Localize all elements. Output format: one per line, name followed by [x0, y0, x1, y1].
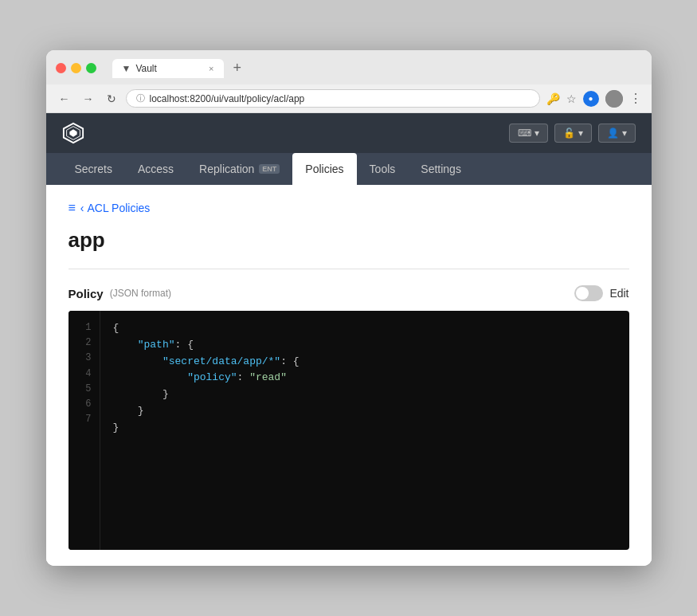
code-editor: 1 2 3 4 5 6 7 { "path": { "secret/data/a…: [69, 311, 629, 550]
lock-chevron: ▾: [578, 128, 583, 139]
breadcrumb-menu-icon[interactable]: ≡: [69, 201, 76, 215]
close-button[interactable]: [56, 63, 66, 73]
star-icon[interactable]: ☆: [566, 92, 577, 105]
divider: [69, 269, 629, 269]
minimize-button[interactable]: [71, 63, 81, 73]
nav-policies-label: Policies: [305, 163, 343, 175]
vault-logo: [62, 122, 84, 144]
breadcrumb-link-text: ACL Policies: [88, 202, 151, 214]
policy-label: Policy (JSON format): [69, 287, 172, 300]
user-chevron: ▾: [622, 128, 627, 139]
terminal-button[interactable]: ⌨ ▾: [509, 124, 548, 143]
edit-label: Edit: [609, 287, 628, 300]
sync-icon[interactable]: ●: [583, 91, 599, 107]
nav-policies[interactable]: Policies: [292, 153, 356, 185]
lock-icon: ⓘ: [136, 92, 145, 104]
address-bar: ← → ↻ ⓘ localhost:8200/ui/vault/policy/a…: [46, 84, 652, 113]
browser-window: ▼ Vault × + ← → ↻ ⓘ localhost:8200/ui/va…: [46, 50, 652, 566]
url-text: localhost:8200/ui/vault/policy/acl/app: [150, 93, 305, 104]
nav-secrets[interactable]: Secrets: [62, 153, 125, 185]
nav-replication-label: Replication: [199, 163, 254, 175]
line-num-1: 1: [76, 320, 92, 335]
nav-tools[interactable]: Tools: [357, 153, 409, 185]
code-line-7: }: [113, 420, 617, 437]
line-num-3: 3: [76, 351, 92, 366]
page-title: app: [69, 228, 629, 253]
policy-label-text: Policy: [69, 287, 104, 300]
code-lines[interactable]: { "path": { "secret/data/app/*": { "poli…: [100, 311, 629, 550]
url-bar[interactable]: ⓘ localhost:8200/ui/vault/policy/acl/app: [126, 89, 540, 108]
edit-toggle: Edit: [574, 285, 628, 301]
nav-tools-label: Tools: [370, 163, 396, 175]
code-line-5: }: [113, 386, 617, 403]
menu-icon[interactable]: ⋮: [629, 91, 642, 106]
svg-marker-2: [69, 129, 76, 136]
address-actions: 🔑 ☆ ● ⋮: [546, 90, 642, 108]
vault-logo-icon: [62, 122, 84, 144]
code-line-6: }: [113, 403, 617, 420]
nav-access-label: Access: [138, 163, 174, 175]
code-line-1: {: [113, 320, 617, 337]
lock-button[interactable]: 🔓 ▾: [554, 124, 592, 143]
code-line-4: "policy": "read": [113, 370, 617, 386]
user-button[interactable]: 👤 ▾: [598, 124, 636, 143]
code-content: 1 2 3 4 5 6 7 { "path": { "secret/data/a…: [69, 311, 629, 550]
traffic-lights: [56, 63, 96, 73]
terminal-chevron: ▾: [534, 128, 539, 139]
tab-bar: ▼ Vault × +: [112, 58, 247, 78]
nav-replication[interactable]: Replication ENT: [186, 153, 292, 185]
tab-favicon: ▼: [122, 63, 131, 74]
line-num-6: 6: [76, 397, 92, 412]
user-avatar[interactable]: [605, 90, 623, 108]
key-icon[interactable]: 🔑: [546, 92, 560, 105]
vault-header-actions: ⌨ ▾ 🔓 ▾ 👤 ▾: [509, 124, 636, 143]
vault-nav: Secrets Access Replication ENT Policies …: [46, 153, 652, 185]
terminal-icon: ⌨: [518, 128, 531, 139]
line-num-2: 2: [76, 335, 92, 351]
policy-format: (JSON format): [110, 288, 171, 299]
ent-badge: ENT: [259, 164, 280, 174]
policy-header: Policy (JSON format) Edit: [69, 285, 629, 301]
lock-icon: 🔓: [563, 128, 575, 139]
vault-content: ≡ ‹ ACL Policies app Policy (JSON format…: [46, 185, 652, 566]
tab-title: Vault: [135, 63, 156, 74]
user-icon: 👤: [607, 128, 619, 139]
browser-tab[interactable]: ▼ Vault ×: [112, 59, 224, 78]
tab-close-button[interactable]: ×: [209, 64, 213, 73]
reload-button[interactable]: ↻: [104, 91, 119, 107]
breadcrumb-back-arrow: ‹: [80, 202, 84, 214]
title-bar: ▼ Vault × +: [46, 50, 652, 84]
breadcrumb-link[interactable]: ‹ ACL Policies: [80, 202, 151, 214]
vault-app: ⌨ ▾ 🔓 ▾ 👤 ▾ Secrets Access: [46, 113, 652, 566]
maximize-button[interactable]: [86, 63, 96, 73]
new-tab-button[interactable]: +: [229, 58, 247, 78]
nav-access[interactable]: Access: [125, 153, 186, 185]
code-line-3: "secret/data/app/*": {: [113, 354, 617, 371]
nav-settings-label: Settings: [421, 163, 461, 175]
vault-header: ⌨ ▾ 🔓 ▾ 👤 ▾: [46, 113, 652, 153]
line-numbers: 1 2 3 4 5 6 7: [69, 311, 100, 550]
breadcrumb: ≡ ‹ ACL Policies: [69, 201, 629, 215]
forward-button[interactable]: →: [80, 91, 97, 107]
nav-settings[interactable]: Settings: [408, 153, 474, 185]
edit-toggle-switch[interactable]: [574, 285, 603, 301]
back-button[interactable]: ←: [56, 91, 73, 107]
code-line-2: "path": {: [113, 337, 617, 354]
line-num-7: 7: [76, 412, 92, 427]
line-num-4: 4: [76, 367, 92, 382]
nav-secrets-label: Secrets: [75, 163, 112, 175]
line-num-5: 5: [76, 382, 92, 397]
